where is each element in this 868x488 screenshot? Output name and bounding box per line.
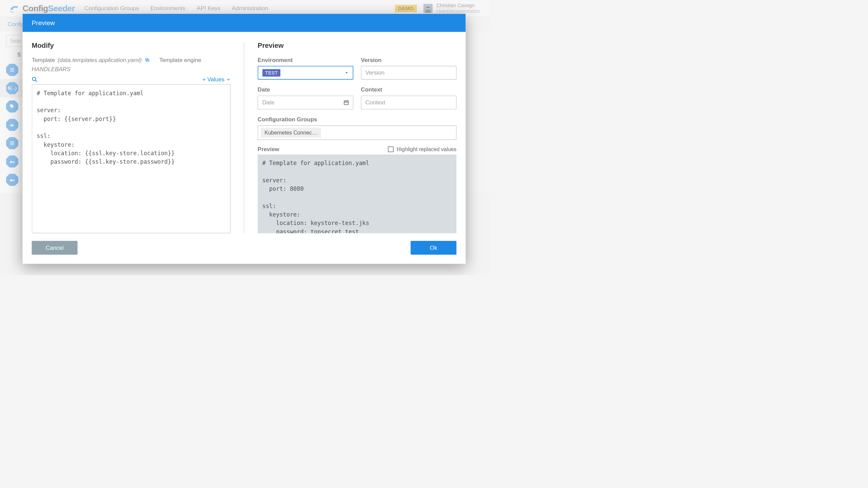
- preview-heading: Preview: [258, 41, 456, 49]
- template-label: Template: [32, 57, 55, 63]
- avatar[interactable]: [423, 4, 433, 13]
- template-path: (data.templates.application.yaml): [58, 57, 142, 63]
- logo-icon: [8, 3, 19, 14]
- preview-panel: Preview Environment TEST Version Version: [244, 41, 456, 233]
- nav-links: Configuration Groups Environments API Ke…: [84, 5, 268, 12]
- modify-panel: Modify Template (data.templates.applicat…: [32, 41, 244, 233]
- user-name: Christian Cavegn: [436, 2, 480, 8]
- version-label: Version: [361, 57, 456, 63]
- user-block[interactable]: Christian Cavegn UserDocumentation: [436, 2, 480, 14]
- environment-label: Environment: [258, 57, 353, 63]
- search-icon[interactable]: [32, 77, 38, 82]
- modal-title: Preview: [22, 14, 466, 32]
- nav-api-keys[interactable]: API Keys: [197, 5, 221, 12]
- logo[interactable]: ConfigSeeder: [8, 3, 75, 14]
- engine-label: Template engine: [159, 57, 201, 63]
- highlight-label: Highlight replaced values: [397, 146, 456, 152]
- values-dropdown[interactable]: + Values: [202, 76, 231, 83]
- preview-output-label: Preview: [258, 146, 279, 152]
- preview-modal: Preview Modify Template (data.templates.…: [22, 14, 466, 264]
- svg-rect-4: [426, 6, 430, 8]
- sidebar-item-icon: [6, 155, 19, 168]
- template-editor[interactable]: # Template for application.yaml server: …: [32, 84, 231, 233]
- environment-chip: TEST: [262, 69, 280, 77]
- highlight-toggle[interactable]: Highlight replaced values: [388, 146, 456, 152]
- svg-point-1: [12, 12, 13, 13]
- svg-marker-21: [346, 72, 348, 74]
- config-groups-label: Configuration Groups: [258, 116, 456, 123]
- environment-select[interactable]: TEST: [258, 66, 353, 80]
- sidebar-item-icon: [6, 63, 19, 76]
- sidebar-item-icon: [6, 173, 19, 186]
- dropdown-caret-icon: [344, 71, 348, 75]
- sidebar-item-icon: ${...}: [6, 82, 19, 95]
- copy-icon[interactable]: [144, 57, 150, 63]
- engine-name: HANDLEBARS: [32, 66, 71, 72]
- context-input[interactable]: Context: [361, 96, 456, 109]
- ok-button[interactable]: Ok: [411, 241, 456, 255]
- context-label: Context: [361, 86, 456, 93]
- svg-rect-16: [14, 180, 14, 182]
- demo-badge: DEMO: [395, 5, 417, 12]
- logo-text: ConfigSeeder: [22, 4, 75, 13]
- sidebar-item-icon: [6, 100, 19, 113]
- version-input[interactable]: Version: [361, 66, 456, 80]
- sidebar-item-icon: [6, 137, 19, 149]
- nav-config-groups[interactable]: Configuration Groups: [84, 5, 139, 12]
- calendar-icon[interactable]: [343, 100, 349, 105]
- svg-line-20: [35, 80, 37, 82]
- nav-administration[interactable]: Administration: [232, 5, 268, 12]
- svg-rect-13: [14, 162, 14, 163]
- svg-point-0: [10, 11, 11, 12]
- checkbox-icon: [388, 146, 394, 152]
- svg-rect-3: [426, 9, 431, 13]
- config-group-chip[interactable]: Kubernetes Connec…: [261, 128, 321, 138]
- svg-point-19: [33, 77, 36, 81]
- date-input[interactable]: Date: [258, 96, 353, 109]
- modify-heading: Modify: [32, 41, 231, 49]
- preview-output: # Template for application.yaml server: …: [258, 155, 456, 233]
- sidebar-item-icon: [6, 118, 19, 131]
- config-groups-input[interactable]: Kubernetes Connec…: [258, 125, 456, 140]
- cancel-button[interactable]: Cancel: [32, 241, 78, 255]
- nav-environments[interactable]: Environments: [150, 5, 185, 12]
- date-label: Date: [258, 86, 353, 93]
